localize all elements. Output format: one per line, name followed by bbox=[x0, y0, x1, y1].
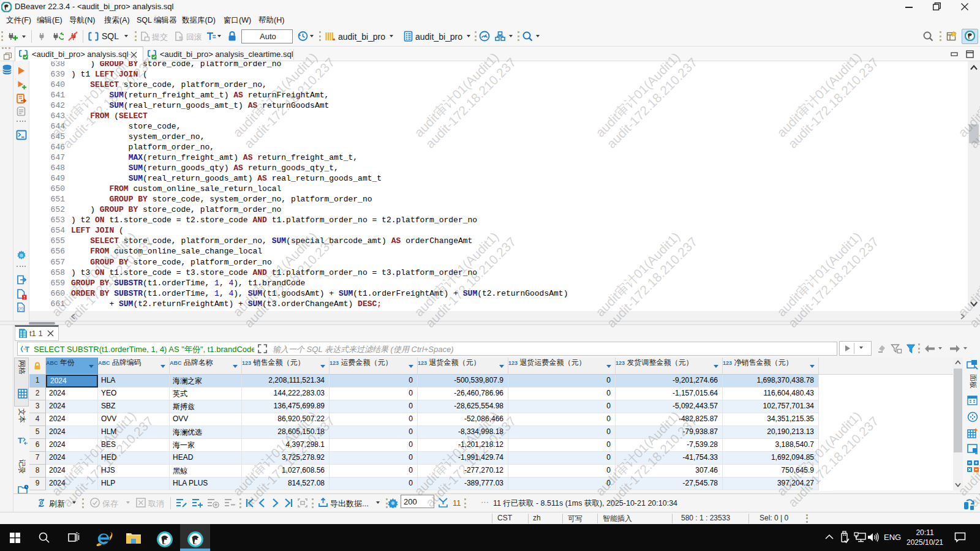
svg-text:(x): (x) bbox=[18, 306, 23, 311]
svg-text:T: T bbox=[18, 436, 23, 445]
